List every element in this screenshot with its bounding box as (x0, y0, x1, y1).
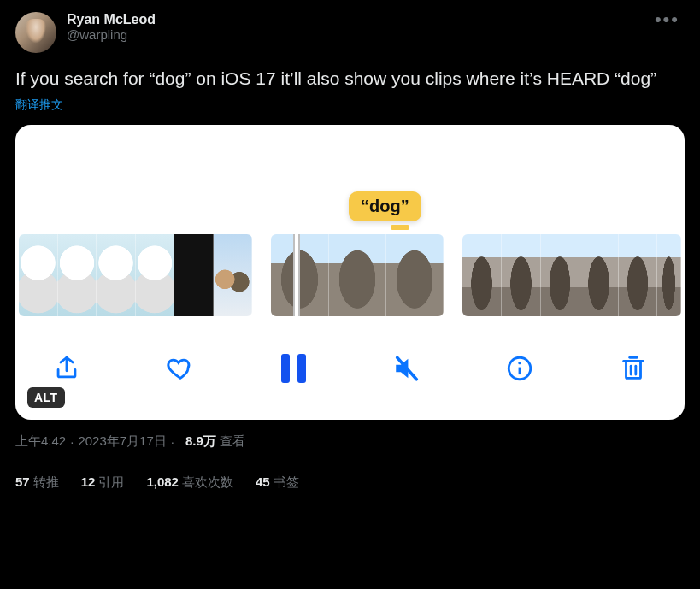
clip-thumb (329, 234, 386, 316)
clip-thumb (462, 234, 502, 316)
handle: @warpling (67, 27, 650, 42)
clip-thumb (386, 234, 444, 316)
heart-icon[interactable] (163, 351, 197, 386)
share-icon[interactable] (50, 351, 84, 386)
svg-point-3 (519, 362, 521, 364)
stat-likes[interactable]: 1,082喜欢次数 (146, 474, 233, 491)
info-icon[interactable] (503, 351, 537, 386)
display-name: Ryan McLeod (67, 12, 650, 27)
caption-bubble: “dog” (349, 191, 421, 221)
clip-group-2[interactable] (271, 234, 444, 316)
clip-thumb (97, 234, 136, 316)
clip-thumb (579, 234, 619, 316)
media-top: “dog” (15, 125, 685, 234)
pause-icon[interactable] (276, 351, 310, 386)
label: 引用 (98, 474, 124, 489)
clip-thumb (271, 234, 328, 316)
clip-group-3[interactable] (462, 234, 681, 316)
avatar[interactable] (15, 12, 56, 53)
trash-icon[interactable] (616, 351, 650, 386)
clip-group-1[interactable] (19, 234, 252, 316)
alt-badge[interactable]: ALT (27, 387, 65, 408)
clip-thumb (619, 234, 658, 316)
media-toolbar (15, 316, 685, 420)
clip-thumb (58, 234, 97, 316)
view-label: 查看 (220, 433, 245, 450)
stats-row: 57转推 12引用 1,082喜欢次数 45书签 (15, 462, 685, 491)
label: 转推 (33, 474, 59, 489)
media-card: “dog” (15, 125, 685, 420)
translate-link[interactable]: 翻译推文 (15, 97, 685, 113)
label: 书签 (274, 474, 299, 489)
tweet-text: If you search for “dog” on iOS 17 it’ll … (15, 67, 685, 91)
meta-row: 上午4:42 · 2023年7月17日 · 8.9万 查看 (15, 433, 685, 450)
count: 57 (15, 474, 30, 489)
clip-thumb (174, 234, 214, 316)
clip-timeline[interactable] (15, 234, 685, 316)
tweet-container: Ryan McLeod @warpling ••• If you search … (0, 0, 700, 491)
stat-quotes[interactable]: 12引用 (81, 474, 125, 491)
author-block[interactable]: Ryan McLeod @warpling (67, 12, 650, 42)
count: 1,082 (146, 474, 179, 489)
clip-thumb (657, 234, 681, 316)
clip-thumb (502, 234, 541, 316)
stat-retweets[interactable]: 57转推 (15, 474, 59, 491)
view-count: 8.9万 (185, 433, 216, 450)
count: 45 (256, 474, 270, 489)
playhead[interactable] (293, 234, 300, 316)
mute-icon[interactable] (390, 351, 424, 386)
separator: · (70, 434, 74, 449)
count: 12 (81, 474, 96, 489)
label: 喜欢次数 (182, 474, 233, 489)
clip-thumb (136, 234, 175, 316)
tweet-header: Ryan McLeod @warpling ••• (15, 12, 685, 53)
separator: · (171, 434, 174, 449)
tweet-date[interactable]: 2023年7月17日 (78, 433, 166, 450)
clip-thumb (541, 234, 580, 316)
clip-thumb (214, 234, 253, 316)
tweet-time[interactable]: 上午4:42 (15, 433, 66, 450)
stat-bookmarks[interactable]: 45书签 (256, 474, 299, 491)
more-icon[interactable]: ••• (650, 12, 685, 27)
clip-thumb (19, 234, 58, 316)
